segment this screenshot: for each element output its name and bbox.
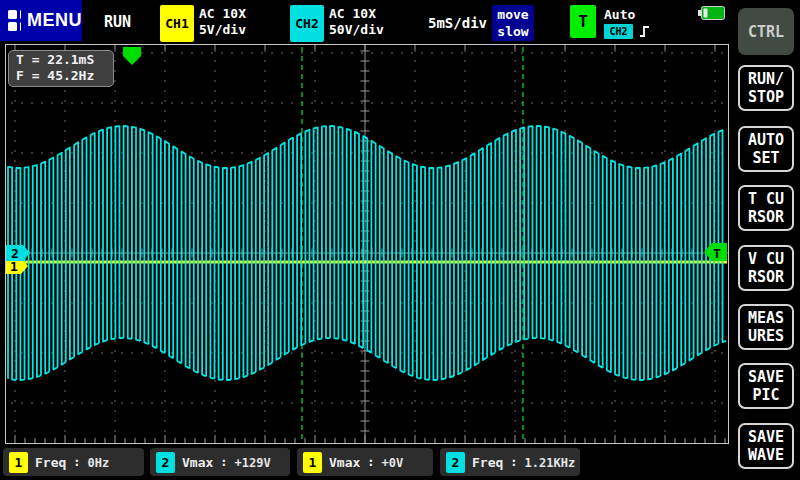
save-wave-button[interactable]: SAVEWAVE: [738, 423, 794, 469]
scope-canvas: 1 2 T: [6, 45, 728, 443]
trace-layer: [7, 126, 727, 380]
run-stop-button[interactable]: RUN/STOP: [738, 65, 794, 111]
timebase-readout: 5mS/div: [428, 15, 487, 31]
readout-ch2-freq: 2 Freq : 1.21KHz: [440, 448, 580, 476]
battery-icon: [698, 6, 725, 20]
menu-grid-icon: [8, 10, 21, 31]
trigger-marker-label: T: [713, 246, 721, 261]
trigger-level-marker[interactable]: T: [704, 243, 727, 261]
menu-button[interactable]: MENU: [0, 0, 82, 41]
ch2-zero-marker[interactable]: 2: [6, 245, 30, 261]
cursor-time-readout: T = 22.1mS: [16, 52, 113, 68]
ch2-badge[interactable]: CH2: [290, 5, 324, 42]
ch1-badge[interactable]: CH1: [160, 5, 194, 42]
move-line2: slow: [492, 23, 534, 40]
ch2-settings: AC 10X 50V/div: [329, 6, 384, 38]
cursor-measurement-overlay: T = 22.1mS F = 45.2Hz: [8, 50, 114, 87]
move-speed-button[interactable]: move slow: [492, 5, 534, 41]
cursor-freq-readout: F = 45.2Hz: [16, 68, 113, 84]
measures-button[interactable]: MEASURES: [738, 304, 794, 350]
readout-ch1-freq: 1 Freq : 0Hz: [3, 448, 144, 476]
menu-label: MENU: [27, 10, 82, 31]
auto-set-button[interactable]: AUTOSET: [738, 126, 794, 172]
ch2-chip: 2: [446, 452, 465, 473]
ch1-chip: 1: [303, 452, 322, 473]
ctrl-button[interactable]: CTRL: [738, 8, 794, 55]
ch2-marker-label: 2: [11, 246, 19, 261]
rising-edge-icon: [639, 23, 651, 39]
trigger-position-marker[interactable]: [123, 47, 141, 65]
v-cursor-button[interactable]: V CURSOR: [738, 245, 794, 291]
ch2-trace: [8, 126, 726, 380]
ch1-chip: 1: [9, 452, 28, 473]
ch2-chip: 2: [156, 452, 175, 473]
save-pic-button[interactable]: SAVEPIC: [738, 363, 794, 409]
trigger-mode: Auto: [604, 7, 635, 22]
trigger-badge[interactable]: T: [570, 5, 596, 38]
move-line1: move: [492, 6, 534, 23]
t-cursor-button[interactable]: T CURSOR: [738, 185, 794, 231]
ch1-marker-label: 1: [10, 259, 18, 274]
readout-ch2-vmax: 2 Vmax : +129V: [150, 448, 290, 476]
ch1-settings: AC 10X 5V/div: [199, 6, 246, 38]
readout-ch1-vmax: 1 Vmax : +0V: [297, 448, 433, 476]
trigger-source-badge[interactable]: CH2: [604, 24, 633, 39]
run-status: RUN: [104, 13, 131, 31]
oscilloscope-screen: MENU RUN CH1 AC 10X 5V/div CH2 AC 10X 50…: [0, 0, 800, 480]
scope-display: 1 2 T: [5, 44, 729, 444]
